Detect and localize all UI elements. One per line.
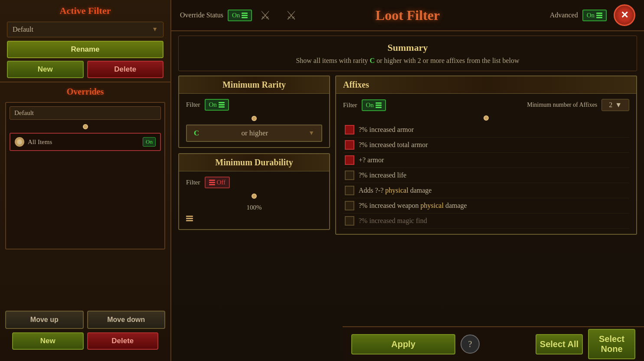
advanced-toggle[interactable]: On <box>582 10 607 21</box>
override-status-label: Override Status <box>180 11 223 19</box>
override-item-label: All Items <box>28 138 52 146</box>
delete-filter-button[interactable]: Delete <box>87 61 164 78</box>
affixes-slider-row <box>343 115 629 122</box>
main-header: Override Status On ⚔ Loot Filter ⚔ Advan… <box>171 0 644 31</box>
override-status-value: On <box>232 12 240 19</box>
affix-text-1: ?% increased total armor <box>359 141 428 149</box>
list-item[interactable]: ?% increased armor <box>343 122 629 138</box>
durability-filter-value: Off <box>217 179 226 186</box>
affixes-slider-dot[interactable] <box>484 115 489 121</box>
list-item[interactable]: Adds ?-? physical damage <box>343 183 629 198</box>
adv-toggle-bar-2 <box>596 15 602 16</box>
durability-slider-row <box>186 192 322 202</box>
list-item[interactable]: +? armor <box>343 153 629 168</box>
select-all-button[interactable]: Select All <box>536 334 583 354</box>
rename-button[interactable]: Rename <box>7 41 163 58</box>
affixes-content: Filter On Minimum number of Affixes 2 <box>336 94 636 234</box>
affix-checkbox-5[interactable] <box>345 201 354 210</box>
select-none-button[interactable]: Select None <box>588 329 635 359</box>
toggle-bar-3 <box>242 17 248 18</box>
min-rarity-content: Filter On <box>179 94 329 147</box>
rarity-dropdown[interactable]: C or higher ▼ <box>186 125 322 142</box>
summary-rarity-letter: C <box>370 57 375 64</box>
adv-toggle-bar-3 <box>596 17 602 18</box>
overrides-title: Overrides <box>0 82 170 99</box>
help-button[interactable]: ? <box>461 335 480 354</box>
d-toggle-bar-2 <box>209 182 215 183</box>
affixes-filter-value: On <box>366 102 374 109</box>
d-toggle-bar-3 <box>209 184 215 185</box>
r-toggle-bar-3 <box>219 106 225 108</box>
affix-checkbox-2[interactable] <box>345 155 354 165</box>
override-default-label: Default <box>10 106 161 120</box>
close-button[interactable]: ✕ <box>614 4 635 26</box>
override-all-items[interactable]: ◉ All Items On <box>10 133 161 151</box>
durability-slider-dot[interactable] <box>252 194 257 199</box>
left-column: Minimum Rarity Filter On <box>178 75 330 240</box>
min-affixes-arrow-icon: ▼ <box>615 101 622 109</box>
advanced-row: Advanced On <box>550 10 607 21</box>
left-sword-icon: ⚔ <box>252 7 278 24</box>
toggle-bars-icon <box>242 13 248 18</box>
override-item-left: ◉ All Items <box>15 137 52 147</box>
affix-checkbox-1[interactable] <box>345 140 354 150</box>
active-filter-title: Active Filter <box>0 0 170 20</box>
dur-toggle-bars-icon <box>209 180 215 185</box>
min-rarity-section: Minimum Rarity Filter On <box>178 75 330 148</box>
affix-checkbox-4[interactable] <box>345 186 354 195</box>
affixes-title: Affixes <box>343 80 369 90</box>
advanced-label: Advanced <box>550 11 578 19</box>
rarity-filter-toggle[interactable]: On <box>205 99 229 111</box>
new-delete-row-2: New Delete <box>12 332 158 350</box>
rarity-or-higher: or higher <box>239 129 268 138</box>
dur-bar-1 <box>186 216 193 217</box>
rarity-slider-dot[interactable] <box>252 116 257 121</box>
affix-text-2: +? armor <box>359 156 384 164</box>
affix-text-4: Adds ?-? physical damage <box>359 187 432 194</box>
dropdown-arrow-icon: ▼ <box>152 26 158 33</box>
override-item-status: On <box>143 137 156 147</box>
summary-title: Summary <box>187 42 628 53</box>
rarity-filter-value: On <box>209 101 217 108</box>
min-rarity-header: Minimum Rarity <box>179 76 329 94</box>
override-status-toggle[interactable]: On <box>228 10 252 21</box>
move-down-button[interactable]: Move down <box>87 311 166 329</box>
affix-text-0: ?% increased armor <box>359 126 414 134</box>
new-override-button[interactable]: New <box>12 332 84 350</box>
list-item[interactable]: ?% increased magic find <box>343 213 629 229</box>
move-buttons-row: Move up Move down <box>5 311 165 329</box>
rarity-c-letter: C <box>194 129 199 138</box>
affixes-filter-row: Filter On Minimum number of Affixes 2 <box>343 99 629 111</box>
dropdown-value: Default <box>13 26 33 33</box>
adv-toggle-bar-1 <box>596 13 602 14</box>
list-item[interactable]: ?% increased total armor <box>343 138 629 153</box>
min-affixes-value-box[interactable]: 2 ▼ <box>602 99 629 111</box>
affix-checkbox-0[interactable] <box>345 125 354 135</box>
summary-section: Summary Show all items with rarity C or … <box>178 36 637 71</box>
list-item[interactable]: ?% increased weapon physical damage <box>343 198 629 213</box>
affixes-section: Affixes Filter On <box>335 75 637 235</box>
toggle-bar-2 <box>242 15 248 16</box>
aff-toggle-bar-3 <box>376 107 382 108</box>
affixes-toggle-bars-icon <box>376 102 382 108</box>
durability-filter-toggle[interactable]: Off <box>205 177 230 188</box>
active-filter-dropdown[interactable]: Default ▼ <box>7 22 163 37</box>
move-up-button[interactable]: Move up <box>5 311 84 329</box>
delete-override-button[interactable]: Delete <box>87 332 159 350</box>
list-item[interactable]: ?% increased life <box>343 168 629 183</box>
durability-value: 100% <box>186 202 322 213</box>
new-filter-button[interactable]: New <box>7 61 84 78</box>
rarity-toggle-bars-icon <box>219 102 225 108</box>
affix-checkbox-3[interactable] <box>345 171 354 180</box>
affixes-header-row: Affixes <box>343 80 629 90</box>
min-affixes-number: 2 <box>609 101 612 109</box>
affix-text-3: ?% increased life <box>359 171 406 179</box>
r-toggle-bar-2 <box>219 104 225 105</box>
apply-button[interactable]: Apply <box>351 334 455 354</box>
summary-text: Show all items with rarity C or higher w… <box>187 57 628 65</box>
affixes-filter-toggle[interactable]: On <box>362 99 386 111</box>
d-toggle-bar-1 <box>209 180 215 181</box>
main-panel: Override Status On ⚔ Loot Filter ⚔ Advan… <box>171 0 644 361</box>
rename-row: Rename <box>7 41 163 58</box>
affix-checkbox-6[interactable] <box>345 216 354 226</box>
